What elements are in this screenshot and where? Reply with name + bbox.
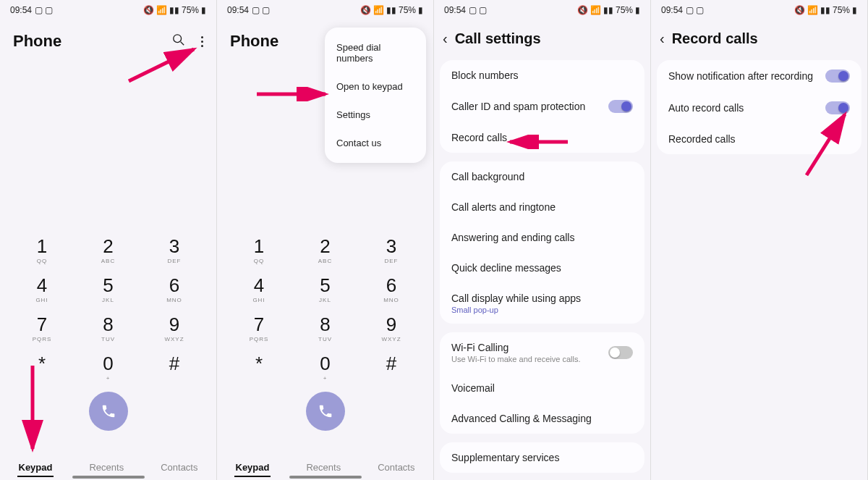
row-answering[interactable]: Answering and ending calls xyxy=(440,222,644,253)
panel-record-calls: 09:54 ▢ ▢ 🔇 📶 ▮▮ 75% ▮ ‹ Record calls Sh… xyxy=(651,0,868,480)
status-battery: 75% xyxy=(833,5,850,15)
key-3[interactable]: 3DEF xyxy=(145,235,203,264)
card-record-options: Show notification after recording Auto r… xyxy=(657,60,861,154)
key-7[interactable]: 7PQRS xyxy=(230,313,288,342)
status-time: 09:54 xyxy=(444,5,466,15)
toggle-wifi-calling[interactable] xyxy=(608,346,633,359)
status-battery-icon: ▮ xyxy=(418,5,423,15)
card-group-2: Call background Call alerts and ringtone… xyxy=(440,161,644,324)
status-mute-icon: 🔇 xyxy=(577,5,588,15)
key-4[interactable]: 4GHI xyxy=(230,274,288,303)
menu-speed-dial[interactable]: Speed dial numbers xyxy=(325,33,426,72)
svg-line-1 xyxy=(181,42,184,46)
back-icon[interactable]: ‹ xyxy=(660,30,665,47)
row-decline[interactable]: Quick decline messages xyxy=(440,253,644,283)
menu-open-keypad[interactable]: Open to keypad xyxy=(325,72,426,101)
card-group-1: Block numbers Caller ID and spam protect… xyxy=(440,60,644,153)
search-icon[interactable] xyxy=(172,33,185,49)
key-hash[interactable]: # xyxy=(362,353,420,382)
key-6[interactable]: 6MNO xyxy=(362,274,420,303)
status-time: 09:54 xyxy=(661,5,683,15)
nav-handle[interactable] xyxy=(72,476,145,479)
overflow-menu: Speed dial numbers Open to keypad Settin… xyxy=(325,28,426,163)
call-button[interactable] xyxy=(89,392,128,431)
row-auto-record[interactable]: Auto record calls xyxy=(657,92,861,124)
key-2[interactable]: 2ABC xyxy=(297,235,354,264)
app-title: Phone xyxy=(230,32,278,51)
row-advanced-calling[interactable]: Advanced Calling & Messaging xyxy=(440,403,644,434)
toggle-show-notification[interactable] xyxy=(825,70,850,83)
status-time: 09:54 xyxy=(227,5,249,15)
menu-contact-us[interactable]: Contact us xyxy=(325,129,426,157)
key-5[interactable]: 5JKL xyxy=(80,274,137,303)
card-group-4: Supplementary services xyxy=(440,442,644,473)
back-icon[interactable]: ‹ xyxy=(443,30,448,47)
key-star[interactable]: * xyxy=(13,353,71,382)
row-call-alerts[interactable]: Call alerts and ringtone xyxy=(440,192,644,222)
app-title: Phone xyxy=(13,32,61,51)
row-block-numbers[interactable]: Block numbers xyxy=(440,60,644,90)
status-wifi-icon: 📶 xyxy=(590,5,601,15)
status-notif-icon: ▢ ▢ xyxy=(469,5,487,15)
row-call-display[interactable]: Call display while using apps Small pop-… xyxy=(440,283,644,324)
status-signal-icon: ▮▮ xyxy=(603,5,613,15)
key-0[interactable]: 0+ xyxy=(80,353,137,382)
tab-keypad[interactable]: Keypad xyxy=(234,459,271,477)
key-8[interactable]: 8TUV xyxy=(297,313,354,342)
row-call-background[interactable]: Call background xyxy=(440,161,644,192)
toggle-caller-id[interactable] xyxy=(608,100,633,113)
tab-recents[interactable]: Recents xyxy=(305,459,342,477)
status-battery-icon: ▮ xyxy=(635,5,640,15)
status-wifi-icon: 📶 xyxy=(373,5,384,15)
status-bar: 09:54 ▢ ▢ 🔇 📶 ▮▮ 75% ▮ xyxy=(217,0,433,20)
arrow-annotation xyxy=(253,87,333,101)
row-supplementary[interactable]: Supplementary services xyxy=(440,442,644,473)
status-battery: 75% xyxy=(182,5,199,15)
key-3[interactable]: 3DEF xyxy=(362,235,420,264)
status-wifi-icon: 📶 xyxy=(807,5,818,15)
status-notif-icon: ▢ ▢ xyxy=(252,5,270,15)
key-5[interactable]: 5JKL xyxy=(297,274,354,303)
row-caller-id[interactable]: Caller ID and spam protection xyxy=(440,90,644,122)
status-bar: 09:54 ▢ ▢ 🔇 📶 ▮▮ 75% ▮ xyxy=(434,0,650,20)
key-8[interactable]: 8TUV xyxy=(80,313,137,342)
toggle-auto-record[interactable] xyxy=(825,101,850,114)
page-title: Call settings xyxy=(455,30,541,47)
more-icon[interactable] xyxy=(201,36,203,47)
key-2[interactable]: 2ABC xyxy=(80,235,137,264)
settings-header: ‹ Record calls xyxy=(651,20,867,60)
status-battery-icon: ▮ xyxy=(852,5,857,15)
panel-call-settings: 09:54 ▢ ▢ 🔇 📶 ▮▮ 75% ▮ ‹ Call settings B… xyxy=(434,0,651,480)
row-voicemail[interactable]: Voicemail xyxy=(440,373,644,403)
menu-settings[interactable]: Settings xyxy=(325,101,426,129)
row-record-calls[interactable]: Record calls xyxy=(440,122,644,153)
row-show-notification[interactable]: Show notification after recording xyxy=(657,60,861,92)
svg-point-0 xyxy=(174,35,182,43)
status-bar: 09:54 ▢ ▢ 🔇 📶 ▮▮ 75% ▮ xyxy=(0,0,216,20)
key-star[interactable]: * xyxy=(230,353,288,382)
key-1[interactable]: 1QQ xyxy=(230,235,288,264)
status-mute-icon: 🔇 xyxy=(360,5,371,15)
key-1[interactable]: 1QQ xyxy=(13,235,71,264)
tab-contacts[interactable]: Contacts xyxy=(376,459,416,477)
key-7[interactable]: 7PQRS xyxy=(13,313,71,342)
panel-phone: 09:54 ▢ ▢ 🔇 📶 ▮▮ 75% ▮ Phone 1QQ 2ABC 3D… xyxy=(0,0,217,480)
key-9[interactable]: 9WXYZ xyxy=(145,313,203,342)
app-header: Phone xyxy=(0,20,216,64)
tab-recents[interactable]: Recents xyxy=(88,459,125,477)
key-hash[interactable]: # xyxy=(145,353,203,382)
tab-contacts[interactable]: Contacts xyxy=(159,459,199,477)
key-0[interactable]: 0+ xyxy=(297,353,354,382)
key-4[interactable]: 4GHI xyxy=(13,274,71,303)
call-button[interactable] xyxy=(306,392,345,431)
key-6[interactable]: 6MNO xyxy=(145,274,203,303)
row-recorded-calls[interactable]: Recorded calls xyxy=(657,124,861,154)
status-notif-icon: ▢ ▢ xyxy=(686,5,704,15)
tab-keypad[interactable]: Keypad xyxy=(17,459,54,477)
status-wifi-icon: 📶 xyxy=(156,5,167,15)
status-battery: 75% xyxy=(616,5,633,15)
key-9[interactable]: 9WXYZ xyxy=(362,313,420,342)
row-wifi-calling[interactable]: Wi-Fi Calling Use Wi-Fi to make and rece… xyxy=(440,332,644,373)
nav-handle[interactable] xyxy=(289,476,362,479)
page-title: Record calls xyxy=(672,30,758,47)
